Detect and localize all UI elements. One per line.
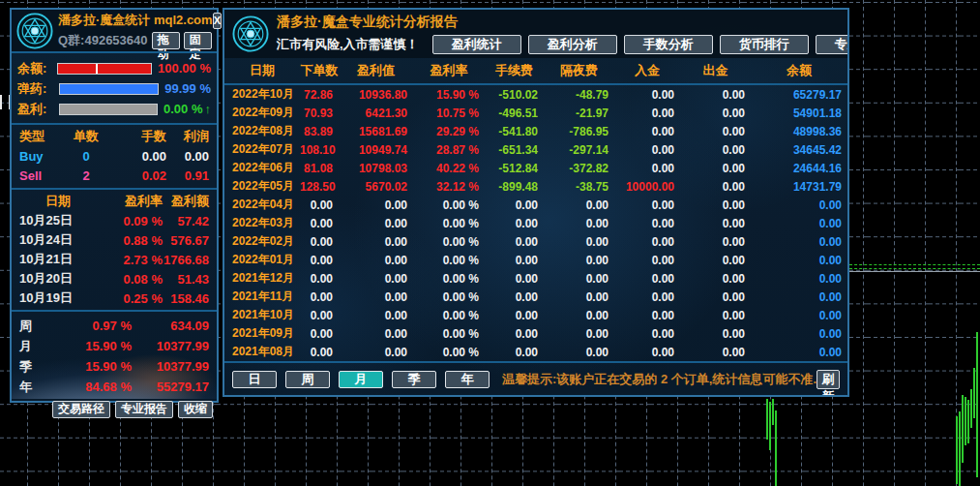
daily-rate: 0.09 %	[97, 214, 163, 228]
gauge-bar[interactable]	[59, 104, 158, 115]
period-amount: 634.09	[132, 319, 209, 333]
report-table-body: 2022年10月72.8610936.8015.90 %-510.02-48.7…	[224, 85, 847, 361]
candlestick	[962, 395, 964, 463]
report-cell: 34645.42	[751, 143, 847, 157]
report-cell: 0.00	[300, 198, 339, 212]
pandora-logo-icon	[16, 13, 53, 49]
report-footer: 日周月季年 温馨提示:该账户正在交易的 2 个订单,统计信息可能不准. 刷新	[224, 361, 847, 395]
gauge-value: 100.00 %	[158, 61, 211, 76]
report-cell: 54901.18	[751, 106, 847, 120]
pin-button[interactable]: 固定	[184, 32, 212, 49]
period-button-年[interactable]: 年	[445, 371, 490, 388]
report-cell: 0.00	[300, 217, 339, 230]
report-row: 2021年12月0.000.000.00 %0.000.000.000.000.…	[224, 269, 847, 288]
report-cell: 0.00	[614, 235, 680, 249]
daily-header-cell: 日期	[19, 193, 97, 210]
refresh-button[interactable]: 刷新	[817, 370, 840, 389]
tab-手数分析[interactable]: 手数分析	[624, 35, 713, 54]
report-cell: 0.00	[680, 309, 751, 322]
position-type: Buy	[19, 149, 66, 164]
gauge-value: 0.00 %	[163, 102, 202, 116]
position-lots: 0.00	[106, 149, 166, 164]
positions-row: Buy00.000.00	[19, 146, 209, 166]
collapse-button[interactable]: 收缩	[178, 401, 213, 418]
report-cell: 0.00	[614, 162, 680, 175]
candlestick	[769, 402, 771, 450]
report-cell: -496.51	[485, 106, 544, 120]
gauge-bar[interactable]	[59, 83, 159, 95]
tab-盈利统计[interactable]: 盈利统计	[432, 35, 521, 54]
report-cell: 0.00	[614, 198, 680, 212]
period-button-月[interactable]: 月	[339, 371, 383, 388]
drag-button[interactable]: 拖动	[152, 32, 180, 49]
report-cell: 0.00	[485, 235, 544, 249]
pro-report-button[interactable]: 专业报告	[115, 401, 173, 418]
tab-盈利分析[interactable]: 盈利分析	[528, 35, 617, 54]
report-cell: 0.00	[544, 235, 614, 249]
report-cell: 2022年03月	[224, 215, 300, 231]
report-cell: 0.00	[300, 327, 339, 341]
candlestick	[772, 399, 774, 425]
open-positions-table: 类型单数手数利润 Buy00.000.00Sell20.020.91	[12, 123, 217, 188]
candlestick	[775, 410, 777, 486]
trade-path-button[interactable]: 交易路径	[52, 401, 110, 418]
report-cell: 2022年02月	[224, 233, 300, 250]
report-cell: -510.02	[485, 88, 544, 102]
report-cell: 128.50	[300, 180, 339, 194]
daily-profit-table: 日期盈利率盈利额 10月25日0.09 %57.4210月24日0.88 %57…	[12, 188, 217, 310]
report-cell: 0.00	[614, 290, 680, 304]
report-cell: 0.00	[614, 125, 680, 138]
candlestick	[959, 411, 961, 486]
period-row: 年84.68 %55279.17	[19, 377, 209, 397]
report-cell: 15681.69	[339, 125, 413, 138]
report-cell: 0.00 %	[413, 346, 485, 359]
daily-header: 日期盈利率盈利额	[19, 192, 209, 211]
period-separator-line	[849, 271, 980, 272]
period-rate: 0.97 %	[54, 319, 132, 333]
period-amount: 55279.17	[132, 380, 209, 394]
tab-专业统计[interactable]: 专业统计	[816, 35, 849, 54]
report-cell: 0.00 %	[413, 309, 485, 322]
report-cell: 0.00	[339, 346, 413, 359]
report-cell: 10000.00	[614, 180, 680, 194]
candlestick	[976, 332, 978, 477]
report-cell: 0.00	[614, 346, 680, 359]
report-cell: 29.29 %	[413, 125, 485, 138]
report-header-cell: 盈利率	[413, 62, 485, 79]
daily-amount: 1766.68	[163, 253, 209, 267]
report-cell: 0.00 %	[413, 198, 485, 212]
report-cell: -651.34	[485, 143, 544, 157]
report-cell: 2021年08月	[224, 344, 300, 360]
report-cell: 2022年09月	[224, 105, 300, 121]
period-button-周[interactable]: 周	[285, 371, 330, 388]
report-cell: 0.00	[614, 254, 680, 267]
close-button[interactable]: X	[213, 13, 222, 29]
report-cell: 0.00	[680, 143, 751, 157]
report-cell: 2021年09月	[224, 325, 300, 342]
report-cell: 0.00	[544, 346, 614, 359]
position-profit: 0.00	[166, 149, 209, 164]
report-header-cell: 出金	[680, 62, 751, 79]
report-row: 2021年09月0.000.000.00 %0.000.000.000.000.…	[224, 324, 847, 343]
report-cell: 0.00	[614, 327, 680, 341]
period-button-季[interactable]: 季	[392, 371, 436, 388]
period-rate: 15.90 %	[54, 339, 132, 353]
report-header-cell: 隔夜费	[544, 62, 614, 79]
period-button-日[interactable]: 日	[232, 371, 277, 388]
tab-货币排行[interactable]: 货币排行	[720, 35, 809, 54]
report-table-header: 日期下单数盈利值盈利率手续费隔夜费入金出金余额	[224, 58, 847, 85]
positions-header-cell: 类型	[19, 128, 66, 145]
qq-group-label: Q群:492653640	[58, 32, 148, 49]
report-cell: 0.00	[300, 235, 339, 249]
report-row: 2021年11月0.000.000.00 %0.000.000.000.000.…	[224, 288, 847, 306]
report-cell: 10949.74	[339, 143, 413, 157]
report-cell: 0.00	[751, 272, 847, 286]
report-tabs: 盈利统计盈利分析手数分析货币排行专业统计	[432, 35, 849, 54]
mini-panel-title: 潘多拉·魔盒统计 mql2.com	[58, 12, 213, 29]
daily-row: 10月24日0.88 %576.67	[19, 230, 209, 250]
gauge-label: 余额:	[17, 60, 57, 77]
report-cell: 2021年11月	[224, 289, 300, 305]
report-cell: 0.00	[680, 346, 751, 359]
mini-panel-footer: 交易路径专业报告收缩	[12, 399, 217, 422]
gauge-bar[interactable]	[57, 63, 152, 75]
